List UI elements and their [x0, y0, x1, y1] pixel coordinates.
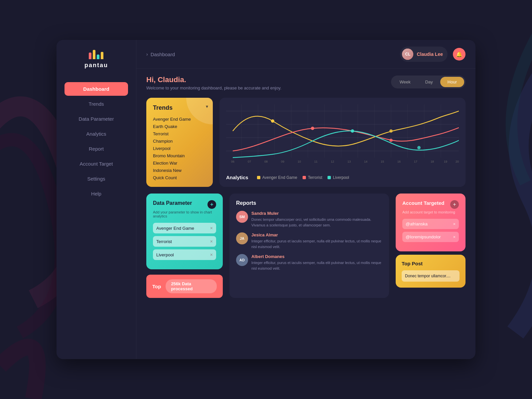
param-tag-remove-2[interactable]: × — [210, 252, 213, 257]
sidebar-item-account-target[interactable]: Account Target — [65, 157, 128, 171]
param-tag-0: Avenger End Game × — [153, 223, 216, 233]
sidebar-item-trends[interactable]: Trends — [65, 97, 128, 111]
logo-bar-1 — [89, 53, 91, 59]
chart-svg: 06 07 08 09 10 11 12 13 14 15 16 17 — [226, 104, 459, 164]
report-item-1: JA Jesica Almar Integer efficitur, purus… — [236, 232, 382, 249]
svg-text:15: 15 — [381, 160, 384, 163]
param-tag-remove-0[interactable]: × — [210, 225, 213, 231]
svg-text:09: 09 — [281, 160, 284, 163]
chart-footer: Analytics Avenger End Game Terrorist Liv… — [226, 175, 459, 180]
svg-text:17: 17 — [414, 160, 417, 163]
trend-item-5[interactable]: Bromo Mountain — [153, 153, 206, 158]
account-tag-1: @loremipsundolor × — [402, 232, 459, 242]
time-filter: Week Day Hour — [391, 75, 466, 88]
account-add-button[interactable]: + — [450, 200, 459, 209]
time-btn-hour[interactable]: Hour — [440, 77, 464, 87]
svg-text:11: 11 — [314, 160, 318, 163]
user-info[interactable]: CL Claudia Lee — [400, 47, 448, 62]
report-text-1: Integer efficitur, purus et iaculis semp… — [251, 238, 382, 249]
breadcrumb-chevron-icon: › — [146, 52, 148, 57]
trend-item-4[interactable]: Liverpool — [153, 146, 206, 151]
trend-item-3[interactable]: Champion — [153, 139, 206, 144]
report-name-2: Albert Domanes — [251, 254, 382, 259]
svg-point-18 — [271, 119, 274, 123]
data-param-subtitle: Add your parameter to show in chart anal… — [153, 210, 216, 218]
svg-text:13: 13 — [347, 160, 351, 163]
notification-button[interactable]: 🔔 — [453, 48, 466, 61]
trend-item-1[interactable]: Earth Quake — [153, 124, 206, 129]
sidebar-item-data-parameter[interactable]: Data Parameter — [65, 112, 128, 126]
account-tag-remove-0[interactable]: × — [453, 221, 456, 226]
report-item-0: SM Sandra Muler Donec tempor ullamcorper… — [236, 211, 382, 228]
legend-dot-2 — [328, 176, 331, 179]
dashboard-area: Hi, Claudia. Welcome to your monitoring … — [136, 69, 475, 359]
sidebar-item-help[interactable]: Help — [65, 187, 128, 200]
top-bar[interactable]: Top 256k Data processed — [146, 275, 223, 298]
svg-text:06: 06 — [231, 160, 234, 163]
param-tag-label-2: Liverpool — [156, 252, 174, 257]
time-btn-week[interactable]: Week — [392, 77, 418, 87]
bottom-left: Data Parameter + Add your parameter to s… — [146, 194, 223, 298]
logo-bar-2 — [93, 50, 95, 59]
breadcrumb-text: Dashboard — [151, 52, 175, 57]
reports-title: Reports — [236, 200, 382, 206]
legend-dot-1 — [303, 176, 306, 179]
sidebar-item-dashboard[interactable]: Dashboard — [65, 82, 128, 96]
user-name: Claudia Lee — [417, 52, 443, 57]
data-param-add-button[interactable]: + — [207, 200, 216, 209]
data-param-title: Data Parameter — [153, 200, 192, 206]
breadcrumb: › Dashboard — [146, 52, 175, 57]
sidebar-item-report[interactable]: Report — [65, 142, 128, 156]
account-tag-0: @afrianska × — [402, 219, 459, 229]
svg-text:10: 10 — [298, 160, 301, 163]
logo-bar-4 — [101, 52, 103, 59]
chart-area: 06 07 08 09 10 11 12 13 14 15 16 17 — [226, 104, 459, 172]
legend-label-2: Liverpool — [333, 175, 349, 180]
data-pill: 256k Data processed — [166, 279, 217, 293]
analytics-card: 06 07 08 09 10 11 12 13 14 15 16 17 — [219, 98, 466, 187]
logo: pantau — [78, 50, 115, 69]
param-tag-label-1: Terrorist — [156, 239, 172, 244]
bottom-right: Account Targeted + Add account target to… — [396, 194, 466, 298]
trend-item-2[interactable]: Terrorist — [153, 131, 206, 136]
avatar-image: CL — [402, 49, 413, 60]
account-header: Account Targeted + — [402, 200, 459, 209]
trends-dropdown[interactable]: ▾ — [206, 104, 208, 109]
trends-card: Trends ▾ Avenger End Game Earth Quake Te… — [146, 98, 213, 187]
param-tag-remove-1[interactable]: × — [210, 239, 213, 244]
bottom-row: Data Parameter + Add your parameter to s… — [146, 194, 466, 298]
account-tag-remove-1[interactable]: × — [453, 234, 456, 239]
svg-text:07: 07 — [248, 160, 251, 163]
logo-bars — [89, 50, 103, 59]
trend-item-6[interactable]: Election War — [153, 161, 206, 166]
trends-card-title: Trends — [153, 104, 206, 111]
welcome-row: Hi, Claudia. Welcome to your monitoring … — [146, 75, 466, 90]
chart-title: Analytics — [226, 175, 248, 180]
sidebar-nav: Dashboard Trends Data Parameter Analytic… — [57, 82, 136, 200]
trend-item-7[interactable]: Indonesia New — [153, 168, 206, 173]
svg-text:19: 19 — [444, 160, 447, 163]
svg-text:20: 20 — [456, 160, 459, 163]
svg-text:14: 14 — [364, 160, 367, 163]
svg-text:08: 08 — [264, 160, 268, 163]
account-tag-label-0: @afrianska — [406, 221, 428, 226]
report-avatar-0: SM — [236, 211, 248, 223]
sidebar-item-analytics[interactable]: Analytics — [65, 127, 128, 141]
legend-item-2: Liverpool — [328, 175, 349, 180]
legend-label-0: Avenger End Game — [262, 175, 297, 180]
legend-label-1: Terrorist — [308, 175, 322, 180]
report-avatar-1: JA — [236, 232, 248, 244]
sidebar-item-settings[interactable]: Settings — [65, 172, 128, 186]
welcome-subtitle: Welcome to your monitoring dashboard, pl… — [146, 85, 281, 90]
trend-item-8[interactable]: Quick Count — [153, 175, 206, 180]
avatar: CL — [402, 49, 413, 60]
report-name-0: Sandra Muler — [251, 211, 382, 216]
report-item-2: AD Albert Domanes Integer efficitur, pur… — [236, 254, 382, 271]
legend-item-0: Avenger End Game — [257, 175, 297, 180]
sidebar: pantau Dashboard Trends Data Parameter A… — [57, 40, 136, 359]
time-btn-day[interactable]: Day — [418, 77, 440, 87]
legend-dot-0 — [257, 176, 260, 179]
trend-item-0[interactable]: Avenger End Game — [153, 117, 206, 122]
report-name-1: Jesica Almar — [251, 232, 382, 237]
account-targeted-card: Account Targeted + Add account target to… — [396, 194, 466, 251]
